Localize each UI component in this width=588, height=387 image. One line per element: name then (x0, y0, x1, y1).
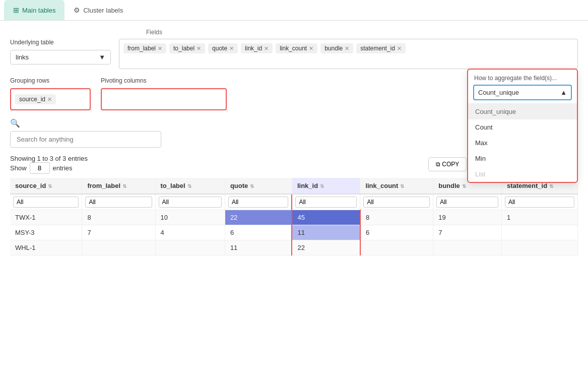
aggregate-input-wrap: Count_unique ▲ (468, 85, 577, 103)
filter-input[interactable] (363, 197, 430, 208)
aggregate-chevron-icon: ▲ (560, 89, 567, 96)
filter-cell (360, 194, 433, 210)
aggregate-option[interactable]: Max (468, 135, 577, 151)
underlying-table-select[interactable]: links ▼ (10, 50, 111, 64)
table-icon: ⊞ (13, 6, 19, 14)
tag-remove-icon[interactable]: ✕ (309, 45, 313, 52)
pivoting-section: Pivoting columns (101, 77, 227, 110)
table-cell: 22 (225, 210, 292, 225)
col-header-quote[interactable]: quote⇅ (225, 178, 292, 194)
table-cell: 22 (292, 240, 360, 255)
col-label: statement_id (507, 182, 547, 189)
show-label: Show (10, 164, 27, 172)
aggregate-option[interactable]: Min (468, 151, 577, 166)
filter-cell (10, 194, 82, 210)
tag-remove-icon[interactable]: ✕ (397, 45, 402, 52)
table-cell: 7 (82, 225, 155, 240)
entries-label: entries (53, 164, 73, 172)
show-count-input[interactable] (30, 162, 50, 174)
col-header-source_id[interactable]: source_id⇅ (10, 178, 82, 194)
sort-icon: ⇅ (187, 183, 191, 189)
tag-label: to_label (173, 45, 194, 52)
copy-button[interactable]: ⧉ COPY (428, 157, 467, 171)
filter-cell (155, 194, 225, 210)
tag-remove-icon[interactable]: ✕ (197, 45, 201, 52)
table-cell: 11 (225, 240, 292, 255)
table-cell: MSY-3 (10, 225, 82, 240)
filter-cell (433, 194, 502, 210)
col-header-to_label[interactable]: to_label⇅ (155, 178, 225, 194)
col-label: link_count (365, 182, 398, 189)
filter-input[interactable] (159, 197, 222, 208)
tab-cluster-labels[interactable]: ⚙ Cluster labels (64, 0, 132, 20)
col-label: source_id (15, 182, 46, 189)
entries-info-wrap: Showing 1 to 3 of 3 entries Show entries (10, 155, 88, 174)
fields-section-label: Fields (146, 29, 578, 36)
field-tag: link_count✕ (276, 43, 317, 53)
col-label: link_id (297, 182, 318, 189)
col-label: bundle (438, 182, 460, 189)
filter-row (10, 194, 578, 210)
fields-row: Underlying table links ▼ from_label✕to_l… (10, 39, 578, 69)
aggregate-dropdown: How to aggregate the field(s)... Count_u… (467, 69, 578, 183)
table-cell: 6 (225, 225, 292, 240)
pivoting-box[interactable] (101, 88, 227, 110)
tag-remove-icon[interactable]: ✕ (158, 45, 162, 52)
filter-cell (292, 194, 360, 210)
underlying-label: Underlying table (10, 39, 111, 46)
table-cell: WHL-1 (10, 240, 82, 255)
tab-cluster-labels-label: Cluster labels (83, 7, 123, 14)
tag-label: statement_id (360, 45, 395, 52)
table-cell (501, 240, 577, 255)
tab-main-tables[interactable]: ⊞ Main tables (4, 0, 64, 20)
grouping-box[interactable]: source_id✕ (10, 88, 91, 110)
tag-label: bundle (324, 45, 343, 52)
col-header-link_id[interactable]: link_id⇅ (292, 178, 360, 194)
table-cell: TWX-1 (10, 210, 82, 225)
grouping-section: Grouping rows source_id✕ (10, 77, 91, 110)
sort-icon: ⇅ (549, 183, 553, 189)
aggregate-option[interactable]: List (468, 166, 577, 182)
sort-icon: ⇅ (320, 183, 324, 189)
aggregate-option[interactable]: Count (468, 119, 577, 135)
table-cell: 8 (360, 210, 433, 225)
grouping-tag-remove-icon[interactable]: ✕ (47, 96, 52, 103)
copy-label: COPY (442, 161, 459, 168)
table-cell: 4 (155, 225, 225, 240)
table-cell (82, 240, 155, 255)
table-cell (501, 225, 577, 240)
filter-input[interactable] (13, 197, 79, 208)
search-input[interactable] (10, 131, 161, 148)
col-header-link_count[interactable]: link_count⇅ (360, 178, 433, 194)
aggregate-current-value: Count_unique (478, 89, 519, 96)
aggregate-option[interactable]: Count_unique (468, 104, 577, 119)
col-header-from_label[interactable]: from_label⇅ (82, 178, 155, 194)
copy-icon: ⧉ (436, 161, 440, 168)
underlying-section: Underlying table links ▼ (10, 39, 111, 64)
table-cell (360, 240, 433, 255)
tag-label: from_label (127, 45, 156, 52)
table-cell (155, 240, 225, 255)
tag-remove-icon[interactable]: ✕ (345, 45, 349, 52)
tag-remove-icon[interactable]: ✕ (264, 45, 269, 52)
filter-input[interactable] (295, 197, 357, 208)
table-cell: 1 (501, 210, 577, 225)
filter-input[interactable] (85, 197, 152, 208)
tabs-bar: ⊞ Main tables ⚙ Cluster labels (0, 0, 588, 21)
filter-cell (225, 194, 292, 210)
filter-input[interactable] (436, 197, 498, 208)
data-table: source_id⇅from_label⇅to_label⇅quote⇅link… (10, 178, 578, 255)
table-cell: 8 (82, 210, 155, 225)
field-tag: to_label✕ (169, 43, 205, 53)
tag-remove-icon[interactable]: ✕ (229, 45, 234, 52)
pivoting-label: Pivoting columns (101, 77, 227, 84)
showing-text: Showing 1 to 3 of 3 entries (10, 155, 88, 162)
filter-input[interactable] (228, 197, 289, 208)
dropdown-arrow-icon: ▼ (99, 53, 105, 61)
col-label: from_label (87, 182, 120, 189)
aggregate-input[interactable]: Count_unique ▲ (473, 85, 572, 100)
table-cell: 45 (292, 210, 360, 225)
filter-input[interactable] (505, 197, 574, 208)
filter-cell (501, 194, 577, 210)
table-row: TWX-181022458191 (10, 210, 578, 225)
